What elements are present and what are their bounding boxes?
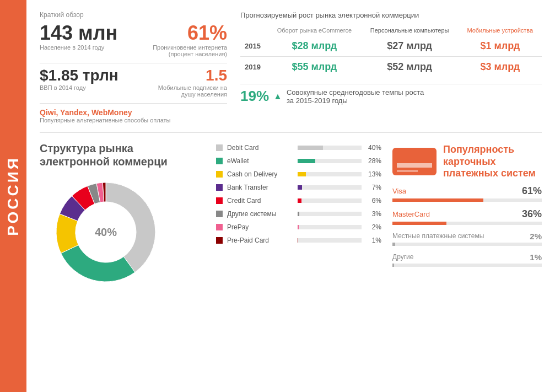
card-bar-pct: 36%: [522, 208, 542, 220]
bar-track: [298, 172, 362, 176]
bar-fill: [298, 159, 315, 163]
bar-track: [298, 198, 362, 203]
cagr-pct: 19%: [240, 88, 269, 105]
bar-item: Credit Card 6%: [216, 197, 381, 205]
bar-track: [298, 146, 362, 150]
top-section: Краткий обзор 143 млн Население в 2014 г…: [40, 11, 542, 133]
bar-pct: 13%: [366, 170, 381, 178]
pie-segment: [61, 245, 135, 282]
sidebar-label: Россия: [4, 156, 22, 236]
card-bar-label-row: Visa 61%: [392, 185, 542, 197]
mobile-label: Мобильные подписки на душу населения: [150, 84, 227, 98]
bar-item: Другие системы 3%: [216, 210, 381, 218]
forecast-row: 2015 $28 млрд $27 млрд $1 млрд: [240, 36, 542, 57]
card-bar-track: [392, 198, 542, 202]
population-value: 143 млн: [40, 23, 117, 43]
card-bar-fill: [392, 264, 394, 267]
card-popularity-title: Популярность карточных платежных систем: [443, 144, 542, 180]
forecast-panel: Прогнозируемый рост рынка электронной ко…: [240, 11, 542, 123]
bar-item: Cash on Delivery 13%: [216, 170, 381, 178]
card-bar-item: Местные платежные системы 2%: [392, 232, 542, 246]
pie-center-label: 40%: [95, 226, 117, 239]
internet-value: 61%: [150, 23, 227, 43]
bar-fill: [298, 225, 299, 229]
cagr-text: Совокупные среднегодовые темпы роста за …: [287, 88, 430, 105]
card-bar-fill: [392, 243, 395, 246]
forecast-pc: $27 млрд: [387, 40, 432, 51]
card-bar-track: [392, 264, 542, 267]
forecast-ecommerce: $55 млрд: [292, 61, 337, 72]
bar-color: [216, 144, 223, 151]
card-bar-track: [392, 222, 542, 225]
bar-pct: 3%: [366, 210, 381, 218]
sidebar: Россия: [0, 0, 26, 392]
bar-color: [216, 211, 223, 217]
bar-pct: 1%: [366, 237, 381, 244]
card-icon-row: Популярность карточных платежных систем: [392, 144, 542, 180]
card-bar-name: Другие: [392, 253, 413, 261]
popular-payments: Qiwi, Yandex, WebMoney: [40, 108, 227, 117]
bar-label: PrePay: [227, 223, 293, 231]
forecast-col1: Оборот рынка eCommerce: [268, 25, 361, 36]
bar-track: [298, 212, 362, 216]
bar-label: Pre-Paid Card: [227, 237, 293, 244]
cagr-triangle-icon: ▲: [273, 92, 282, 101]
pie-area: Структура рынка электронной коммерци 40%: [40, 142, 205, 381]
bar-label: Bank Transfer: [227, 184, 293, 191]
summary-row-1: 143 млн Население в 2014 году 61% Проник…: [40, 23, 227, 57]
summary-title: Краткий обзор: [40, 11, 227, 19]
bar-chart-area: Debit Card 40% eWallet 28% Cash on Deliv…: [216, 142, 381, 381]
forecast-row: 2019 $55 млрд $52 млрд $3 млрд: [240, 57, 542, 78]
bar-color: [216, 184, 223, 191]
bar-fill: [298, 172, 306, 176]
bar-item: eWallet 28%: [216, 157, 381, 165]
population-label: Население в 2014 году: [40, 44, 117, 51]
bar-track: [298, 185, 362, 190]
card-bar-item: Visa 61%: [392, 185, 542, 202]
stat-mobile: 1.5 Мобильные подписки на душу населения: [150, 68, 227, 98]
card-strip-2: [397, 170, 418, 172]
forecast-mobile: $1 млрд: [480, 40, 520, 51]
bar-label: Credit Card: [227, 197, 293, 205]
forecast-col2: Персональные компьютеры: [361, 25, 459, 36]
bar-label: Cash on Delivery: [227, 170, 293, 178]
bar-fill: [298, 185, 302, 190]
pie-container: 40%: [51, 177, 161, 287]
gdp-value: $1.85 трлн: [40, 68, 118, 83]
bar-fill: [298, 212, 299, 216]
card-bar-label-row: MasterCard 36%: [392, 208, 542, 220]
forecast-table: Оборот рынка eCommerce Персональные комп…: [240, 25, 542, 77]
bar-pct: 7%: [366, 184, 381, 191]
bar-label: eWallet: [227, 157, 293, 165]
bar-item: PrePay 2%: [216, 223, 381, 231]
forecast-pc: $52 млрд: [387, 61, 432, 72]
card-bar-pct: 61%: [522, 185, 542, 197]
bar-pct: 6%: [366, 197, 381, 205]
forecast-mobile: $3 млрд: [480, 61, 520, 72]
internet-label: Проникновение интернета (процент населен…: [150, 44, 227, 57]
card-bar-name: Visa: [392, 187, 406, 195]
summary-panel: Краткий обзор 143 млн Население в 2014 г…: [40, 11, 227, 123]
card-bar-item: MasterCard 36%: [392, 208, 542, 225]
card-bar-label-row: Местные платежные системы 2%: [392, 232, 542, 241]
bar-track: [298, 225, 362, 229]
bar-fill: [298, 146, 323, 150]
bar-color: [216, 197, 223, 204]
popular-payments-label: Популярные альтернативные способы оплаты: [40, 117, 227, 123]
card-bar-item: Другие 1%: [392, 253, 542, 267]
card-bar-track: [392, 243, 542, 246]
card-bar-fill: [392, 198, 483, 202]
summary-row-2: $1.85 трлн ВВП в 2014 году 1.5 Мобильные…: [40, 68, 227, 98]
card-bar-fill: [392, 222, 446, 225]
pie-title: Структура рынка электронной коммерци: [40, 142, 205, 168]
bar-pct: 40%: [366, 144, 381, 152]
forecast-title: Прогнозируемый рост рынка электронной ко…: [240, 11, 542, 19]
stat-gdp: $1.85 трлн ВВП в 2014 году: [40, 68, 118, 91]
bar-label: Debit Card: [227, 144, 293, 152]
bar-item: Bank Transfer 7%: [216, 184, 381, 191]
card-bars-area: Visa 61% MasterCard 36% Местные платежны…: [392, 185, 542, 267]
stat-population: 143 млн Население в 2014 году: [40, 23, 117, 51]
mobile-value: 1.5: [150, 68, 227, 83]
forecast-col3: Мобильные устройства: [459, 25, 542, 36]
bar-fill: [298, 198, 301, 203]
